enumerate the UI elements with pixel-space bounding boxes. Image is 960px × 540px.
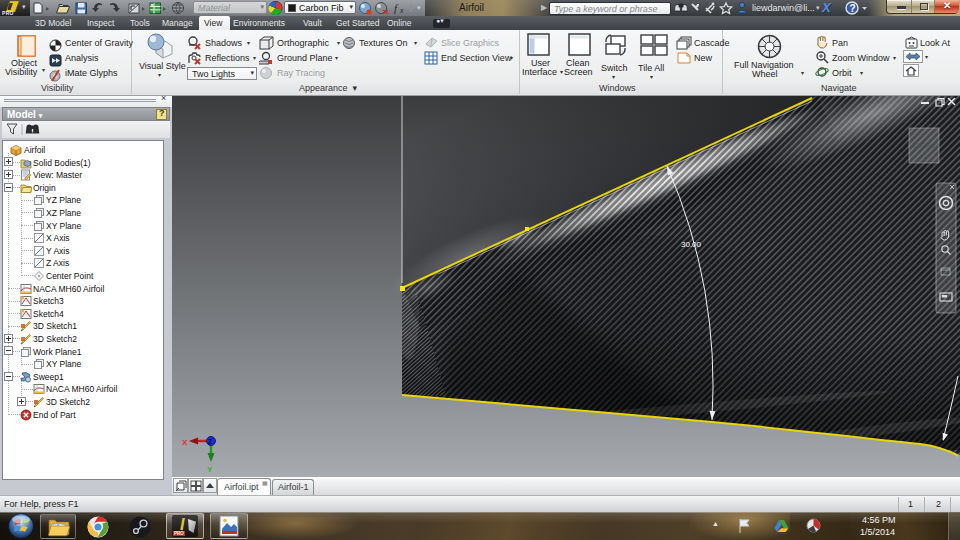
svg-text:Z: Z	[208, 438, 213, 445]
svg-text:Y: Y	[207, 465, 213, 474]
svg-text:?: ?	[850, 3, 856, 14]
svg-text:30.00: 30.00	[681, 240, 702, 249]
svg-text:x: x	[399, 7, 404, 14]
svg-text:f: f	[394, 2, 399, 14]
svg-text:X: X	[182, 438, 188, 447]
svg-text:FRONT: FRONT	[913, 142, 935, 149]
